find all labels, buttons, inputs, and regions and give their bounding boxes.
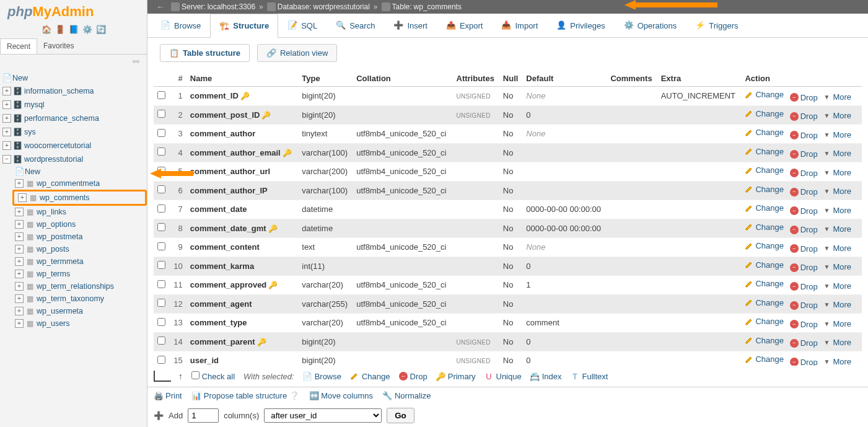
action-more[interactable]: ▼More <box>823 262 851 271</box>
tree-new-db[interactable]: 📄 New <box>0 72 147 84</box>
row-checkbox[interactable] <box>157 223 165 231</box>
tree-table-wp_postmeta[interactable]: +▦wp_postmeta <box>12 231 147 243</box>
tree-db-information_schema[interactable]: +🗄️information_schema <box>0 85 147 97</box>
check-all[interactable]: Check all <box>191 371 235 381</box>
row-checkbox[interactable] <box>157 205 165 213</box>
action-drop[interactable]: −Drop <box>790 225 818 234</box>
action-change[interactable]: Change <box>745 203 784 213</box>
check-all-checkbox[interactable] <box>191 371 199 379</box>
action-more[interactable]: ▼More <box>823 111 851 120</box>
normalize-button[interactable]: 🔧Normalize <box>383 391 431 400</box>
tree-table-wp_usermeta[interactable]: +▦wp_usermeta <box>12 305 147 317</box>
tree-db-wordpresstutorial[interactable]: −🗄️wordpresstutorial <box>0 153 147 165</box>
tab-sql[interactable]: 📝SQL <box>278 14 327 37</box>
tree-table-wp_options[interactable]: +▦wp_options <box>12 218 147 231</box>
action-change[interactable]: Change <box>745 222 784 232</box>
tree-table-wp_comments[interactable]: +▦wp_comments <box>15 191 144 204</box>
plus-icon[interactable]: + <box>2 128 11 136</box>
tab-structure[interactable]: 🏗️Structure <box>210 14 278 38</box>
action-change[interactable]: Change <box>745 109 784 118</box>
tree-table-wp_posts[interactable]: +▦wp_posts <box>12 243 147 255</box>
row-checkbox[interactable] <box>157 91 165 99</box>
action-drop[interactable]: −Drop <box>790 169 818 178</box>
action-drop[interactable]: −Drop <box>790 149 818 159</box>
action-more[interactable]: ▼More <box>823 149 851 158</box>
tree-table-wp_users[interactable]: +▦wp_users <box>12 317 147 330</box>
plus-icon[interactable]: + <box>15 208 24 216</box>
tree-table-wp_terms[interactable]: +▦wp_terms <box>12 268 147 280</box>
subnav-relation-view[interactable]: 🔗 Relation view <box>257 44 337 62</box>
row-checkbox[interactable] <box>157 337 165 345</box>
withsel-drop[interactable]: −Drop <box>399 372 427 381</box>
tab-import[interactable]: 📥Import <box>492 14 547 37</box>
print-button[interactable]: 🖨️Print <box>154 391 182 400</box>
logout-icon[interactable]: 🚪 <box>55 24 66 35</box>
tab-browse[interactable]: 📄Browse <box>151 14 210 37</box>
breadcrumb-database[interactable]: Database: wordpresstutorial <box>267 2 370 11</box>
action-more[interactable]: ▼More <box>823 319 851 328</box>
row-checkbox[interactable] <box>157 318 165 326</box>
action-drop[interactable]: −Drop <box>790 244 818 253</box>
action-drop[interactable]: −Drop <box>790 93 818 102</box>
breadcrumb-back-icon[interactable]: ← <box>154 2 167 12</box>
action-change[interactable]: Change <box>745 336 784 345</box>
tab-favorites[interactable]: Favorites <box>37 38 80 54</box>
tree-table-wp_commentmeta[interactable]: +▦wp_commentmeta <box>12 177 147 190</box>
action-more[interactable]: ▼More <box>823 357 851 366</box>
action-change[interactable]: Change <box>745 317 784 326</box>
tab-recent[interactable]: Recent <box>0 38 37 54</box>
withsel-index[interactable]: 📇Index <box>530 372 562 381</box>
row-checkbox[interactable] <box>157 356 165 364</box>
propose-button[interactable]: 📊Propose table structure ❔ <box>192 391 299 400</box>
action-drop[interactable]: −Drop <box>790 358 818 366</box>
action-change[interactable]: Change <box>745 298 784 307</box>
logo[interactable]: phpMyAdmin <box>0 0 147 24</box>
plus-icon[interactable]: + <box>2 114 11 123</box>
tab-search[interactable]: 🔍Search <box>327 14 384 37</box>
add-position-select[interactable]: after user_id <box>264 408 382 423</box>
row-checkbox[interactable] <box>157 242 165 250</box>
action-drop[interactable]: −Drop <box>790 320 818 329</box>
row-checkbox[interactable] <box>157 280 165 288</box>
tab-privileges[interactable]: 👤Privileges <box>547 14 614 37</box>
tree-db-mysql[interactable]: +🗄️mysql <box>0 99 147 111</box>
withsel-primary[interactable]: 🔑Primary <box>436 372 476 381</box>
action-more[interactable]: ▼More <box>823 206 851 215</box>
withsel-fulltext[interactable]: TFulltext <box>571 372 608 381</box>
action-change[interactable]: Change <box>745 165 784 175</box>
plus-icon[interactable]: + <box>2 141 11 150</box>
action-drop[interactable]: −Drop <box>790 301 818 310</box>
action-change[interactable]: Change <box>745 241 784 250</box>
tree-db-sys[interactable]: +🗄️sys <box>0 126 147 138</box>
subnav-table-structure[interactable]: 📋 Table structure <box>160 44 250 62</box>
tree-db-performance_schema[interactable]: +🗄️performance_schema <box>0 112 147 125</box>
tree-new-table[interactable]: 📄 New <box>12 165 147 177</box>
plus-icon[interactable]: + <box>2 87 11 95</box>
action-drop[interactable]: −Drop <box>790 338 818 348</box>
action-change[interactable]: Change <box>745 147 784 156</box>
action-more[interactable]: ▼More <box>823 244 851 253</box>
action-more[interactable]: ▼More <box>823 338 851 347</box>
action-change[interactable]: Change <box>745 90 784 99</box>
tab-triggers[interactable]: ⚡Triggers <box>686 14 747 37</box>
action-more[interactable]: ▼More <box>823 130 851 139</box>
add-count-input[interactable] <box>188 408 219 423</box>
row-checkbox[interactable] <box>157 110 165 118</box>
row-checkbox[interactable] <box>157 129 165 137</box>
action-more[interactable]: ▼More <box>823 224 851 234</box>
plus-icon[interactable]: + <box>15 257 24 266</box>
tree-table-wp_term_relationships[interactable]: +▦wp_term_relationships <box>12 280 147 293</box>
withsel-unique[interactable]: UUnique <box>484 372 522 381</box>
action-change[interactable]: Change <box>745 279 784 288</box>
action-more[interactable]: ▼More <box>823 168 851 177</box>
action-change[interactable]: Change <box>745 128 784 137</box>
action-more[interactable]: ▼More <box>823 281 851 291</box>
breadcrumb-server[interactable]: Server: localhost:3306 <box>171 2 255 11</box>
plus-icon[interactable]: + <box>15 282 24 291</box>
home-icon[interactable]: 🏠 <box>41 24 52 35</box>
action-change[interactable]: Change <box>745 260 784 270</box>
plus-icon[interactable]: + <box>15 319 24 328</box>
withsel-change[interactable]: Change <box>350 372 390 381</box>
plus-icon[interactable]: + <box>18 193 27 202</box>
action-more[interactable]: ▼More <box>823 187 851 196</box>
